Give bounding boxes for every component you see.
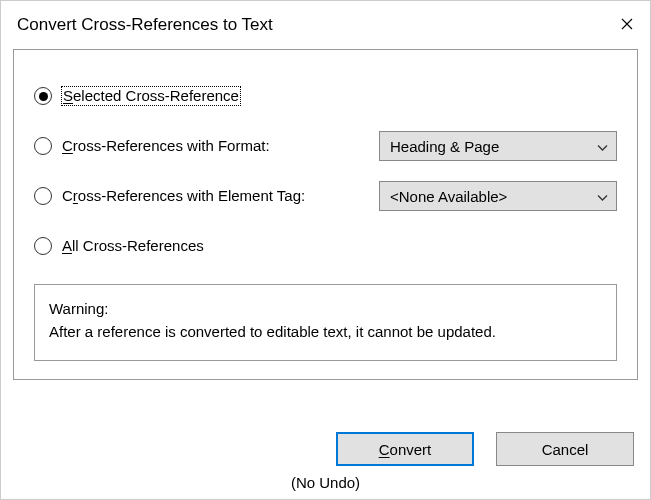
content-area: Selected Cross-Reference Cross-Reference… — [1, 49, 650, 422]
chevron-down-icon — [597, 138, 608, 155]
option-all[interactable]: All Cross-References — [34, 230, 617, 262]
radio-with-tag[interactable] — [34, 187, 52, 205]
convert-button-label: Convert — [379, 441, 432, 458]
option-with-format[interactable]: Cross-References with Format: Heading & … — [34, 130, 617, 162]
titlebar: Convert Cross-References to Text — [1, 1, 650, 49]
tag-combo[interactable]: <None Available> — [379, 181, 617, 211]
option-selected[interactable]: Selected Cross-Reference — [34, 80, 617, 112]
cancel-button-label: Cancel — [542, 441, 589, 458]
convert-button[interactable]: Convert — [336, 432, 474, 466]
option-selected-label: Selected Cross-Reference — [62, 87, 240, 105]
cancel-button[interactable]: Cancel — [496, 432, 634, 466]
radio-with-format[interactable] — [34, 137, 52, 155]
radio-selected[interactable] — [34, 87, 52, 105]
tag-combo-value: <None Available> — [390, 188, 507, 205]
close-button[interactable] — [604, 9, 650, 41]
no-undo-label: (No Undo) — [1, 470, 650, 499]
options-panel: Selected Cross-Reference Cross-Reference… — [13, 49, 638, 380]
warning-heading: Warning: — [49, 297, 602, 320]
footer: Convert Cancel — [1, 422, 650, 470]
option-with-tag-label: Cross-References with Element Tag: — [62, 187, 305, 205]
radio-all[interactable] — [34, 237, 52, 255]
chevron-down-icon — [597, 188, 608, 205]
format-combo[interactable]: Heading & Page — [379, 131, 617, 161]
warning-body: After a reference is converted to editab… — [49, 320, 602, 343]
dialog: Convert Cross-References to Text Selecte… — [0, 0, 651, 500]
option-with-tag[interactable]: Cross-References with Element Tag: <None… — [34, 180, 617, 212]
warning-box: Warning: After a reference is converted … — [34, 284, 617, 361]
format-combo-value: Heading & Page — [390, 138, 499, 155]
option-with-format-label: Cross-References with Format: — [62, 137, 270, 155]
close-icon — [621, 15, 633, 35]
option-all-label: All Cross-References — [62, 237, 204, 255]
dialog-title: Convert Cross-References to Text — [17, 15, 273, 35]
